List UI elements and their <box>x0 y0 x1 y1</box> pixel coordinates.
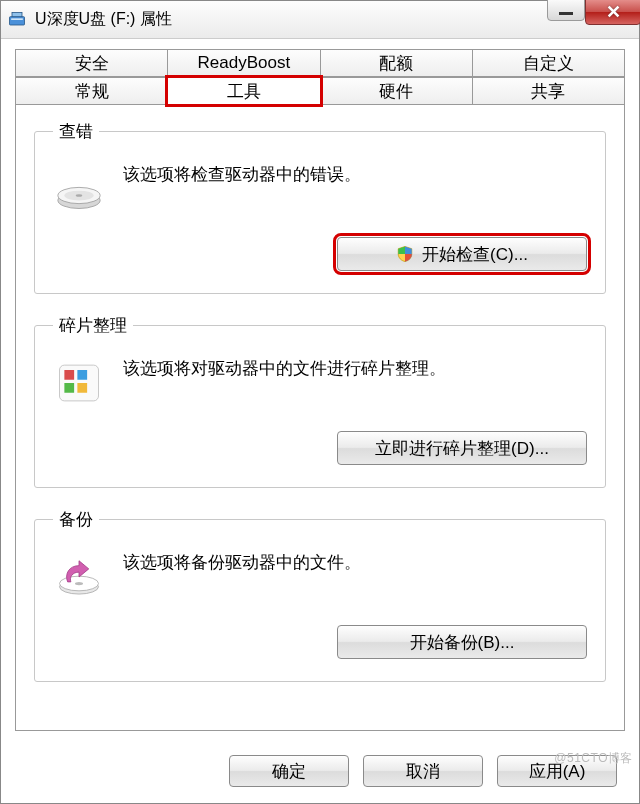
svg-point-6 <box>76 194 83 197</box>
check-now-label: 开始检查(C)... <box>422 243 528 266</box>
section-legend-defrag: 碎片整理 <box>53 314 133 337</box>
svg-rect-11 <box>77 383 87 393</box>
section-error-checking: 查错 该选项将检查驱动器中的错误。 <box>34 120 606 294</box>
defrag-icon <box>53 357 105 409</box>
window-title: U深度U盘 (F:) 属性 <box>35 9 172 30</box>
disk-check-icon <box>53 163 105 215</box>
section-legend-check: 查错 <box>53 120 99 143</box>
svg-rect-8 <box>64 370 74 380</box>
svg-rect-2 <box>12 12 22 16</box>
section-backup: 备份 该选项将备份驱动器中的文件。 <box>34 508 606 682</box>
section-desc-check: 该选项将检查驱动器中的错误。 <box>123 159 587 188</box>
tab-panel-tools: 查错 该选项将检查驱动器中的错误。 <box>15 104 625 731</box>
content-area: 安全 ReadyBoost 配额 自定义 常规 工具 硬件 共享 查错 <box>1 39 639 745</box>
svg-rect-1 <box>11 18 23 20</box>
tab-customize[interactable]: 自定义 <box>472 49 625 77</box>
svg-rect-9 <box>77 370 87 380</box>
backup-icon <box>53 551 105 603</box>
properties-window: U深度U盘 (F:) 属性 ✕ 安全 ReadyBoost 配额 自定义 常规 … <box>0 0 640 804</box>
section-desc-defrag: 该选项将对驱动器中的文件进行碎片整理。 <box>123 353 587 382</box>
cancel-button[interactable]: 取消 <box>363 755 483 787</box>
tab-sharing[interactable]: 共享 <box>472 77 625 105</box>
watermark: @51CTO博客 <box>554 750 633 767</box>
defrag-now-label: 立即进行碎片整理(D)... <box>375 437 549 460</box>
close-button[interactable]: ✕ <box>585 0 640 25</box>
backup-now-button[interactable]: 开始备份(B)... <box>337 625 587 659</box>
defrag-now-button[interactable]: 立即进行碎片整理(D)... <box>337 431 587 465</box>
minimize-button[interactable] <box>547 0 585 21</box>
svg-rect-10 <box>64 383 74 393</box>
ok-button[interactable]: 确定 <box>229 755 349 787</box>
tab-readyboost[interactable]: ReadyBoost <box>167 49 320 77</box>
tabstrip: 安全 ReadyBoost 配额 自定义 常规 工具 硬件 共享 查错 <box>15 49 625 731</box>
tab-hardware[interactable]: 硬件 <box>320 77 473 105</box>
tab-quota[interactable]: 配额 <box>320 49 473 77</box>
uac-shield-icon <box>396 245 414 263</box>
section-defragmentation: 碎片整理 该选项将对驱动器中的文件进行碎片整理。 <box>34 314 606 488</box>
drive-icon <box>7 10 27 30</box>
svg-rect-0 <box>10 16 25 24</box>
section-legend-backup: 备份 <box>53 508 99 531</box>
backup-now-label: 开始备份(B)... <box>410 631 515 654</box>
titlebar: U深度U盘 (F:) 属性 <box>1 1 639 39</box>
tab-general[interactable]: 常规 <box>15 77 168 105</box>
svg-point-14 <box>75 582 83 585</box>
check-now-button[interactable]: 开始检查(C)... <box>337 237 587 271</box>
tab-tools[interactable]: 工具 <box>167 77 320 105</box>
tab-security[interactable]: 安全 <box>15 49 168 77</box>
section-desc-backup: 该选项将备份驱动器中的文件。 <box>123 547 587 576</box>
